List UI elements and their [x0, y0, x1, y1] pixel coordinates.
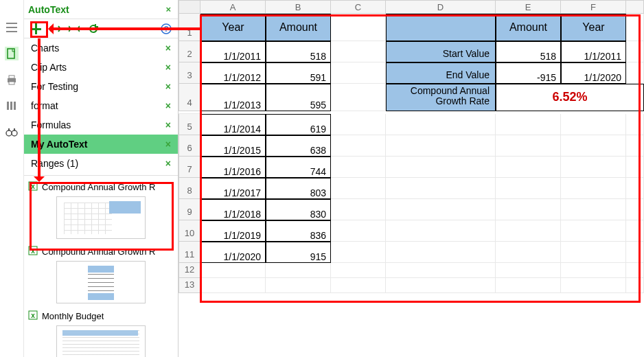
- row-header[interactable]: 11: [179, 242, 200, 263]
- cell-amount[interactable]: 830: [266, 199, 331, 220]
- file-icon[interactable]: [5, 47, 19, 60]
- cell-overflow[interactable]: [626, 278, 644, 293]
- cell-amount[interactable]: 744: [266, 157, 331, 178]
- row-header[interactable]: 8: [179, 178, 200, 199]
- label-end-value[interactable]: End Value: [386, 62, 496, 84]
- cell-amount[interactable]: -915: [496, 62, 561, 84]
- cell[interactable]: [200, 278, 266, 293]
- cell-year[interactable]: 1/1/2020: [200, 242, 266, 263]
- delete-icon[interactable]: ×: [165, 119, 171, 130]
- binoculars-icon[interactable]: [5, 125, 19, 139]
- cell[interactable]: [496, 157, 561, 178]
- cell-year[interactable]: 1/1/2016: [200, 157, 266, 178]
- cell[interactable]: [561, 199, 626, 220]
- cell-amount[interactable]: 803: [266, 178, 331, 199]
- cell[interactable]: [386, 114, 496, 135]
- menu-icon[interactable]: [5, 21, 19, 34]
- label-start-value[interactable]: Start Value: [386, 41, 496, 62]
- row-header[interactable]: 9: [179, 199, 200, 220]
- cell[interactable]: [331, 114, 386, 135]
- col-A[interactable]: A: [200, 0, 266, 14]
- cell[interactable]: [496, 199, 561, 220]
- cell-year[interactable]: 1/1/2013: [200, 84, 266, 111]
- cell-year[interactable]: 1/1/2018: [200, 199, 266, 220]
- cell[interactable]: [200, 263, 266, 278]
- category-item[interactable]: For Testing×: [24, 77, 178, 96]
- cell[interactable]: [331, 62, 386, 84]
- autotext-entry[interactable]: xCompound Annual Growth R: [28, 244, 174, 303]
- row-header[interactable]: 1: [179, 14, 200, 41]
- cell-year[interactable]: 1/1/2014: [200, 114, 266, 135]
- cell[interactable]: [386, 278, 496, 293]
- cell[interactable]: [386, 178, 496, 199]
- cell-overflow[interactable]: [626, 263, 644, 278]
- cell[interactable]: [386, 220, 496, 242]
- cell[interactable]: [331, 199, 386, 220]
- cell-year[interactable]: 1/1/2012: [200, 62, 266, 84]
- cell[interactable]: [561, 135, 626, 157]
- cell-amount[interactable]: 915: [266, 242, 331, 263]
- row-header[interactable]: 12: [179, 263, 200, 278]
- entry-thumbnail[interactable]: [56, 261, 146, 303]
- row-header[interactable]: 4: [179, 84, 200, 111]
- cell-year[interactable]: 1/1/2017: [200, 178, 266, 199]
- cell[interactable]: [331, 178, 386, 199]
- cell-year[interactable]: 1/1/2011: [561, 41, 626, 62]
- spreadsheet[interactable]: A B C D E F 1YearAmountAmountYear21/1/20…: [179, 0, 644, 357]
- header-amount-right[interactable]: Amount: [496, 14, 561, 41]
- cell-overflow[interactable]: [626, 220, 644, 242]
- row-header[interactable]: 2: [179, 41, 200, 62]
- cell-overflow[interactable]: [626, 14, 644, 41]
- cell-amount[interactable]: 518: [266, 41, 331, 62]
- entry-thumbnail[interactable]: [56, 196, 146, 239]
- category-item[interactable]: Ranges (1)×: [24, 154, 178, 173]
- cell[interactable]: [331, 220, 386, 242]
- delete-icon[interactable]: ×: [165, 158, 171, 169]
- cell[interactable]: [496, 278, 561, 293]
- category-item[interactable]: My AutoText×: [24, 135, 178, 154]
- category-list[interactable]: Charts×Clip Arts×For Testing×format×Form…: [24, 38, 178, 176]
- expand-icon[interactable]: [49, 23, 61, 35]
- value-cagr[interactable]: 6.52%: [496, 84, 644, 111]
- cell[interactable]: [331, 242, 386, 263]
- cell[interactable]: [386, 157, 496, 178]
- cell-overflow[interactable]: [626, 178, 644, 199]
- cell-overflow[interactable]: [626, 242, 644, 263]
- cell-overflow[interactable]: [626, 157, 644, 178]
- category-item[interactable]: format×: [24, 96, 178, 115]
- sidebar-close-button[interactable]: ×: [163, 4, 174, 14]
- cell[interactable]: [561, 220, 626, 242]
- col-B[interactable]: B: [266, 0, 331, 14]
- header-year-right[interactable]: Year: [561, 14, 626, 41]
- autotext-entry[interactable]: xCompound Annual Growth R: [28, 180, 174, 239]
- cell[interactable]: [331, 157, 386, 178]
- cell[interactable]: [496, 263, 561, 278]
- cell-year[interactable]: 1/1/2011: [200, 41, 266, 62]
- cell-amount[interactable]: 638: [266, 135, 331, 157]
- row-header[interactable]: 10: [179, 220, 200, 242]
- cell[interactable]: [386, 135, 496, 157]
- cell[interactable]: [386, 242, 496, 263]
- columns-icon[interactable]: [5, 99, 19, 113]
- autotext-entry[interactable]: xMonthly Budget: [28, 309, 174, 357]
- cell[interactable]: [496, 114, 561, 135]
- delete-icon[interactable]: ×: [165, 43, 171, 54]
- col-C[interactable]: C: [331, 0, 386, 14]
- row-header[interactable]: 6: [179, 135, 200, 157]
- entries-list[interactable]: xCompound Annual Growth RxCompound Annua…: [24, 176, 178, 357]
- cell[interactable]: [561, 263, 626, 278]
- collapse-icon[interactable]: [68, 23, 80, 35]
- cell[interactable]: [496, 220, 561, 242]
- cell[interactable]: [496, 242, 561, 263]
- row-header[interactable]: 5: [179, 114, 200, 135]
- cell[interactable]: [561, 114, 626, 135]
- col-E[interactable]: E: [496, 0, 561, 14]
- header-blank-d[interactable]: [386, 14, 496, 41]
- category-item[interactable]: Formulas×: [24, 115, 178, 135]
- row-header[interactable]: 7: [179, 157, 200, 178]
- category-item[interactable]: Charts×: [24, 38, 178, 58]
- cell[interactable]: [496, 178, 561, 199]
- cell[interactable]: [331, 278, 386, 293]
- cell[interactable]: [561, 242, 626, 263]
- cell-overflow[interactable]: [626, 135, 644, 157]
